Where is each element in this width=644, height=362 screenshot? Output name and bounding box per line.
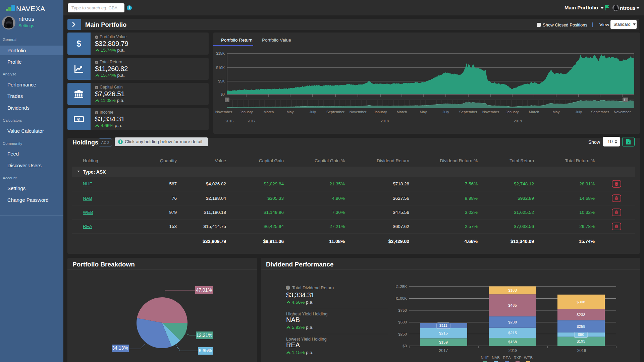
svg-text:$4,026.82: $4,026.82 xyxy=(206,181,226,186)
svg-text:34.13%: 34.13% xyxy=(112,345,128,351)
svg-text:November: November xyxy=(215,110,232,114)
svg-text:May: May xyxy=(287,110,294,114)
svg-text:$2,188.04: $2,188.04 xyxy=(206,196,226,201)
svg-text:$627.56: $627.56 xyxy=(393,196,409,201)
svg-text:Dividend Return: Dividend Return xyxy=(377,158,409,163)
svg-text:$111: $111 xyxy=(439,323,447,327)
svg-text:NAB: NAB xyxy=(83,196,92,201)
svg-text:11.08%: 11.08% xyxy=(329,239,345,244)
svg-text:Value: Value xyxy=(215,158,226,163)
svg-text:$12,340.09: $12,340.09 xyxy=(511,239,534,244)
svg-text:$0: $0 xyxy=(221,92,225,96)
svg-text:$2,748.12: $2,748.12 xyxy=(514,181,534,186)
svg-text:Type: ASX: Type: ASX xyxy=(83,169,106,175)
svg-text:$1.25K: $1.25K xyxy=(396,285,407,289)
svg-text:$0: $0 xyxy=(402,344,407,348)
svg-text:July: July xyxy=(309,110,316,114)
svg-text:9.88%: 9.88% xyxy=(465,196,478,201)
svg-text:November: November xyxy=(614,110,631,114)
svg-text:$10K: $10K xyxy=(216,66,225,70)
svg-text:WEB: WEB xyxy=(524,356,533,360)
svg-text:i: i xyxy=(129,6,130,10)
svg-text:3.02%: 3.02% xyxy=(465,210,478,215)
svg-text:$2,029.84: $2,029.84 xyxy=(264,181,284,186)
svg-text:$193: $193 xyxy=(577,339,585,343)
svg-text:$32,809.79: $32,809.79 xyxy=(203,239,226,244)
svg-text:4.80%: 4.80% xyxy=(332,196,345,201)
svg-text:$5K: $5K xyxy=(218,79,225,83)
svg-text:12.21%: 12.21% xyxy=(196,333,212,338)
svg-text:July: July xyxy=(442,110,449,114)
svg-text:$215: $215 xyxy=(439,331,448,335)
svg-text:76: 76 xyxy=(172,196,177,201)
svg-text:$475.56: $475.56 xyxy=(393,210,409,215)
svg-text:i: i xyxy=(96,61,97,64)
svg-text:2017: 2017 xyxy=(439,348,448,353)
svg-text:May: May xyxy=(553,110,560,114)
svg-text:NAB: NAB xyxy=(492,356,500,360)
svg-text:28.91%: 28.91% xyxy=(579,181,595,186)
svg-text:Dividend Return %: Dividend Return % xyxy=(440,158,478,163)
svg-text:4.66%: 4.66% xyxy=(464,239,478,244)
svg-text:September: September xyxy=(591,110,609,114)
svg-text:September: September xyxy=(459,110,477,114)
svg-text:$7,033.56: $7,033.56 xyxy=(514,224,534,229)
svg-text:March: March xyxy=(264,110,274,114)
svg-text:$90: $90 xyxy=(578,333,584,337)
svg-text:29.78%: 29.78% xyxy=(579,224,595,229)
svg-text:WEB: WEB xyxy=(83,210,93,215)
svg-text:$215: $215 xyxy=(508,331,517,335)
svg-text:$250: $250 xyxy=(398,332,407,336)
svg-text:March: March xyxy=(397,110,407,114)
svg-text:$238: $238 xyxy=(508,320,517,324)
svg-text:$168: $168 xyxy=(508,288,517,292)
svg-text:27.21%: 27.21% xyxy=(329,224,345,229)
svg-text:2017: 2017 xyxy=(248,119,256,123)
svg-text:$305.33: $305.33 xyxy=(267,196,284,201)
svg-text:$1.00K: $1.00K xyxy=(396,296,407,300)
svg-text:NAVEXA: NAVEXA xyxy=(16,5,45,12)
svg-text:153: 153 xyxy=(169,224,177,229)
svg-text:Capital Gain: Capital Gain xyxy=(259,158,284,163)
svg-text:$159: $159 xyxy=(439,340,448,344)
svg-text:January: January xyxy=(505,110,519,114)
svg-text:7.30%: 7.30% xyxy=(332,210,345,215)
svg-text:$15K: $15K xyxy=(216,51,225,55)
svg-text:Capital Gain %: Capital Gain % xyxy=(315,158,345,163)
svg-text:January: January xyxy=(239,110,253,114)
svg-text:$233: $233 xyxy=(577,313,585,317)
svg-text:$: $ xyxy=(76,39,81,48)
svg-text:$718.28: $718.28 xyxy=(393,181,409,186)
svg-text:979: 979 xyxy=(169,210,177,215)
svg-text:$2,429.02: $2,429.02 xyxy=(388,239,409,244)
svg-text:i: i xyxy=(96,111,97,114)
svg-text:July: July xyxy=(575,110,582,114)
svg-text:$1,149.96: $1,149.96 xyxy=(264,210,284,215)
svg-text:$1,625.52: $1,625.52 xyxy=(514,210,534,215)
svg-text:NHF: NHF xyxy=(481,356,489,360)
svg-text:RXP: RXP xyxy=(514,356,522,360)
svg-text:2018: 2018 xyxy=(508,348,518,353)
svg-text:Total Return %: Total Return % xyxy=(565,158,595,163)
svg-text:November: November xyxy=(482,110,499,114)
svg-text:March: March xyxy=(529,110,539,114)
svg-text:Holding: Holding xyxy=(83,158,98,163)
svg-text:January: January xyxy=(374,110,387,114)
svg-text:$11,180.18: $11,180.18 xyxy=(204,210,226,215)
svg-text:$6,425.94: $6,425.94 xyxy=(264,224,284,229)
svg-text:2.57%: 2.57% xyxy=(465,224,478,229)
svg-text:Quantity: Quantity xyxy=(160,158,177,163)
svg-text:i: i xyxy=(96,36,97,39)
svg-text:2019: 2019 xyxy=(514,119,522,123)
svg-text:September: September xyxy=(326,110,344,114)
svg-text:i: i xyxy=(287,286,288,290)
svg-text:$9,911.06: $9,911.06 xyxy=(263,239,284,244)
svg-text:47.01%: 47.01% xyxy=(196,287,212,293)
svg-text:$258: $258 xyxy=(577,324,585,328)
svg-text:May: May xyxy=(420,110,427,114)
svg-text:14.68%: 14.68% xyxy=(579,196,595,201)
svg-text:$932.89: $932.89 xyxy=(518,196,534,201)
svg-text:November: November xyxy=(350,110,367,114)
svg-text:6.65%: 6.65% xyxy=(199,348,212,353)
svg-text:REA: REA xyxy=(503,356,511,360)
